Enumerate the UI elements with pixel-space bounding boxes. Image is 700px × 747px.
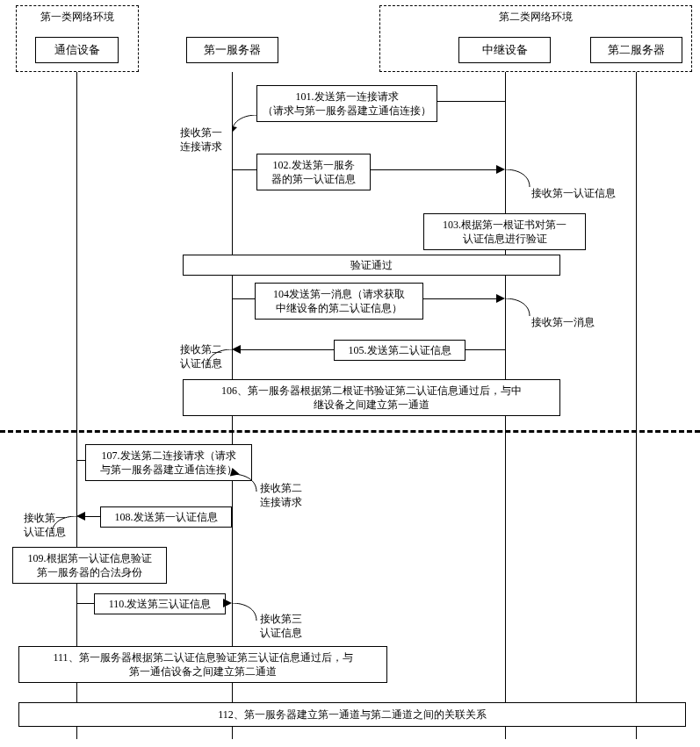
msg-105: 105.发送第二认证信息	[334, 340, 465, 361]
msg-103: 103.根据第一根证书对第一 认证信息进行验证	[423, 213, 586, 250]
curve-110	[232, 603, 258, 626]
msg-106: 106、第一服务器根据第二根证书验证第二认证信息通过后，与中 继设备之间建立第一…	[183, 379, 560, 416]
actor-relay: 中继设备	[458, 37, 551, 63]
actor-srv2: 第二服务器	[590, 37, 682, 63]
conn-105-r	[465, 349, 505, 350]
msg-pass: 验证通过	[183, 255, 560, 276]
msg-109-l1: 109.根据第一认证信息验证	[18, 551, 161, 565]
env1-title: 第一类网络环境	[40, 11, 114, 23]
msg-107-l2: 与第一服务器建立通信连接）	[91, 463, 246, 477]
msg-111: 111、第一服务器根据第二认证信息验证第三认证信息通过后，与 第一通信设备之间建…	[18, 646, 387, 683]
conn-102-l	[232, 169, 256, 170]
actor-comm-label: 通信设备	[54, 42, 100, 58]
note-104: 接收第一消息	[531, 315, 595, 329]
note-105: 接收第二 认证信息	[180, 342, 222, 370]
msg-111-l2: 第一通信设备之间建立第二通道	[25, 664, 381, 679]
arrow-102	[496, 165, 505, 174]
msg-105-label: 105.发送第二认证信息	[349, 344, 451, 356]
conn-101-r	[437, 101, 505, 102]
conn-102-r	[371, 169, 496, 170]
note-107: 接收第二 连接请求	[260, 481, 302, 509]
msg-110: 110.发送第三认证信息	[94, 593, 226, 614]
msg-108: 108.发送第一认证信息	[100, 506, 232, 528]
conn-104-r	[423, 298, 496, 299]
phase-divider	[0, 430, 700, 433]
conn-105-l	[241, 349, 334, 350]
msg-pass-label: 验证通过	[350, 259, 393, 271]
conn-104-l	[232, 298, 255, 299]
msg-102-l1: 102.发送第一服务	[263, 158, 364, 172]
actor-relay-label: 中继设备	[482, 42, 528, 58]
conn-107-l	[76, 460, 85, 461]
env2-title: 第二类网络环境	[499, 11, 573, 23]
conn-108-line	[85, 516, 100, 517]
sequence-diagram: 第一类网络环境 第二类网络环境 通信设备 第一服务器 中继设备 第二服务器 10…	[0, 0, 700, 747]
msg-104-l1: 104发送第一消息（请求获取	[261, 287, 417, 301]
msg-112: 112、第一服务器建立第一通道与第二通道之间的关联关系	[18, 702, 686, 727]
msg-101: 101.发送第一连接请求 （请求与第一服务器建立通信连接）	[256, 85, 437, 122]
msg-104-l2: 中继设备的第二认证信息）	[261, 301, 417, 315]
msg-102: 102.发送第一服务 器的第一认证信息	[256, 154, 371, 190]
svg-marker-0	[232, 126, 237, 133]
msg-106-l2: 继设备之间建立第一通道	[189, 398, 554, 412]
note-102: 接收第一认证信息	[531, 186, 616, 200]
curve-102	[505, 169, 531, 192]
actor-srv1-label: 第一服务器	[204, 42, 261, 58]
note-101: 接收第一 连接请求	[180, 126, 222, 154]
msg-112-label: 112、第一服务器建立第一通道与第二通道之间的关联关系	[218, 708, 487, 721]
msg-110-label: 110.发送第三认证信息	[109, 598, 212, 610]
msg-103-l1: 103.根据第一根证书对第一	[429, 218, 580, 232]
note-110: 接收第三 认证信息	[260, 612, 302, 640]
arrow-101	[232, 115, 258, 140]
msg-107: 107.发送第二连接请求（请求 与第一服务器建立通信连接）	[85, 444, 252, 481]
actor-srv2-label: 第二服务器	[608, 42, 665, 58]
arrow-110	[223, 599, 232, 607]
msg-109: 109.根据第一认证信息验证 第一服务器的合法身份	[12, 547, 167, 584]
actor-srv1: 第一服务器	[186, 37, 278, 63]
msg-108-label: 108.发送第一认证信息	[115, 511, 218, 523]
arrow-104	[496, 294, 505, 303]
actor-comm: 通信设备	[35, 37, 119, 63]
msg-107-l1: 107.发送第二连接请求（请求	[91, 449, 246, 463]
msg-101-l2: （请求与第一服务器建立通信连接）	[263, 104, 431, 118]
lifeline-comm	[76, 72, 77, 739]
msg-103-l2: 认证信息进行验证	[429, 232, 580, 246]
msg-101-l1: 101.发送第一连接请求	[263, 90, 431, 104]
msg-109-l2: 第一服务器的合法身份	[18, 565, 161, 579]
lifeline-srv2	[636, 72, 637, 739]
msg-104: 104发送第一消息（请求获取 中继设备的第二认证信息）	[255, 283, 423, 320]
msg-102-l2: 器的第一认证信息	[263, 172, 364, 186]
msg-106-l1: 106、第一服务器根据第二根证书验证第二认证信息通过后，与中	[189, 384, 554, 398]
conn-110-l	[76, 603, 94, 604]
curve-104	[505, 298, 531, 321]
note-108: 接收第一 认证信息	[24, 511, 66, 539]
msg-111-l1: 111、第一服务器根据第二认证信息验证第三认证信息通过后，与	[25, 650, 381, 664]
